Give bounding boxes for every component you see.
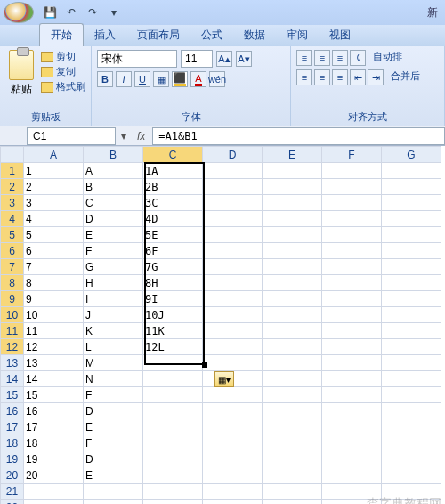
cell-F11[interactable] bbox=[322, 323, 382, 339]
col-header-G[interactable]: G bbox=[382, 147, 441, 163]
grow-font-button[interactable]: A▴ bbox=[216, 51, 232, 67]
cell-E15[interactable] bbox=[263, 387, 322, 403]
cell-E21[interactable] bbox=[263, 484, 322, 500]
cell-B18[interactable]: F bbox=[84, 435, 143, 451]
save-icon[interactable]: 💾 bbox=[41, 4, 59, 21]
border-button[interactable]: ▦ bbox=[153, 71, 169, 87]
undo-icon[interactable]: ↶ bbox=[62, 4, 80, 21]
cell-E9[interactable] bbox=[263, 291, 322, 307]
align-top-button[interactable]: ≡ bbox=[296, 50, 312, 66]
cell-C11[interactable]: 11K bbox=[143, 323, 203, 339]
cell-B14[interactable]: N bbox=[84, 371, 143, 387]
align-middle-button[interactable]: ≡ bbox=[314, 50, 330, 66]
cell-A15[interactable]: 15 bbox=[24, 387, 84, 403]
cell-D9[interactable] bbox=[203, 291, 263, 307]
font-name-combo[interactable]: 宋体 bbox=[97, 50, 177, 68]
cell-E12[interactable] bbox=[263, 339, 322, 355]
cell-D2[interactable] bbox=[203, 179, 263, 195]
cell-D12[interactable] bbox=[203, 339, 263, 355]
cell-A3[interactable]: 3 bbox=[24, 195, 84, 211]
cell-E3[interactable] bbox=[263, 195, 322, 211]
align-right-button[interactable]: ≡ bbox=[332, 69, 348, 85]
row-header-1[interactable]: 1 bbox=[1, 163, 24, 179]
paste-button[interactable]: 粘贴 bbox=[5, 50, 37, 97]
cell-C14[interactable] bbox=[143, 371, 203, 387]
font-color-button[interactable]: A bbox=[190, 71, 206, 87]
cell-F22[interactable] bbox=[322, 500, 382, 505]
cell-G10[interactable] bbox=[382, 307, 441, 323]
row-header-6[interactable]: 6 bbox=[1, 243, 24, 259]
tab-视图[interactable]: 视图 bbox=[319, 24, 361, 46]
cell-C2[interactable]: 2B bbox=[143, 179, 203, 195]
row-header-16[interactable]: 16 bbox=[1, 403, 24, 419]
cell-D8[interactable] bbox=[203, 275, 263, 291]
tab-开始[interactable]: 开始 bbox=[39, 23, 84, 46]
cell-A9[interactable]: 9 bbox=[24, 291, 84, 307]
cell-F7[interactable] bbox=[322, 259, 382, 275]
cell-B10[interactable]: J bbox=[84, 307, 143, 323]
cell-C4[interactable]: 4D bbox=[143, 211, 203, 227]
tab-审阅[interactable]: 审阅 bbox=[276, 24, 319, 46]
cell-E1[interactable] bbox=[263, 163, 322, 179]
cell-D11[interactable] bbox=[203, 323, 263, 339]
cell-A18[interactable]: 18 bbox=[24, 435, 84, 451]
col-header-E[interactable]: E bbox=[263, 147, 322, 163]
cell-A22[interactable] bbox=[24, 500, 84, 505]
cell-F17[interactable] bbox=[322, 419, 382, 435]
cell-E7[interactable] bbox=[263, 259, 322, 275]
cell-D20[interactable] bbox=[203, 467, 263, 484]
italic-button[interactable]: I bbox=[116, 71, 132, 87]
tab-插入[interactable]: 插入 bbox=[84, 24, 126, 46]
shrink-font-button[interactable]: A▾ bbox=[236, 51, 252, 67]
cell-F8[interactable] bbox=[322, 275, 382, 291]
cell-C18[interactable] bbox=[143, 435, 203, 451]
row-header-17[interactable]: 17 bbox=[1, 419, 24, 435]
cell-A11[interactable]: 11 bbox=[24, 323, 84, 339]
cell-G3[interactable] bbox=[382, 195, 441, 211]
row-header-7[interactable]: 7 bbox=[1, 259, 24, 275]
cell-E13[interactable] bbox=[263, 355, 322, 371]
cell-B20[interactable]: E bbox=[84, 467, 143, 484]
cell-C19[interactable] bbox=[143, 451, 203, 467]
select-all-corner[interactable] bbox=[1, 147, 24, 163]
worksheet[interactable]: ABCDEFG11A1A22B2B33C3C44D4D55E5E66F6F77G… bbox=[0, 146, 445, 504]
cell-B15[interactable]: F bbox=[84, 387, 143, 403]
cell-G15[interactable] bbox=[382, 387, 441, 403]
cell-F20[interactable] bbox=[322, 467, 382, 484]
row-header-14[interactable]: 14 bbox=[1, 371, 24, 387]
cell-E19[interactable] bbox=[263, 451, 322, 467]
redo-icon[interactable]: ↷ bbox=[84, 4, 101, 21]
cell-A12[interactable]: 12 bbox=[24, 339, 84, 355]
cell-B13[interactable]: M bbox=[84, 355, 143, 371]
cell-C16[interactable] bbox=[143, 403, 203, 419]
font-size-combo[interactable]: 11 bbox=[181, 50, 213, 68]
cell-C5[interactable]: 5E bbox=[143, 227, 203, 243]
cell-B16[interactable]: D bbox=[84, 403, 143, 419]
wrap-text-button[interactable]: 自动排 bbox=[373, 50, 402, 66]
cell-D5[interactable] bbox=[203, 227, 263, 243]
cell-G17[interactable] bbox=[382, 419, 441, 435]
cell-E20[interactable] bbox=[263, 467, 322, 484]
row-header-3[interactable]: 3 bbox=[1, 195, 24, 211]
col-header-C[interactable]: C bbox=[143, 147, 203, 163]
cell-A13[interactable]: 13 bbox=[24, 355, 84, 371]
cell-G16[interactable] bbox=[382, 403, 441, 419]
cell-E5[interactable] bbox=[263, 227, 322, 243]
cell-C21[interactable] bbox=[143, 484, 203, 500]
fx-icon[interactable]: fx bbox=[130, 130, 152, 142]
cell-G7[interactable] bbox=[382, 259, 441, 275]
cell-B22[interactable] bbox=[84, 500, 143, 505]
cell-E17[interactable] bbox=[263, 419, 322, 435]
cell-E22[interactable] bbox=[263, 500, 322, 505]
align-center-button[interactable]: ≡ bbox=[314, 69, 330, 85]
tab-公式[interactable]: 公式 bbox=[190, 24, 233, 46]
cell-G5[interactable] bbox=[382, 227, 441, 243]
name-box[interactable]: C1 bbox=[27, 127, 116, 145]
cell-A2[interactable]: 2 bbox=[24, 179, 84, 195]
cell-A4[interactable]: 4 bbox=[24, 211, 84, 227]
cell-A16[interactable]: 16 bbox=[24, 403, 84, 419]
row-header-15[interactable]: 15 bbox=[1, 387, 24, 403]
row-header-12[interactable]: 12 bbox=[1, 339, 24, 355]
row-header-20[interactable]: 20 bbox=[1, 467, 24, 484]
cell-C1[interactable]: 1A bbox=[143, 163, 203, 179]
